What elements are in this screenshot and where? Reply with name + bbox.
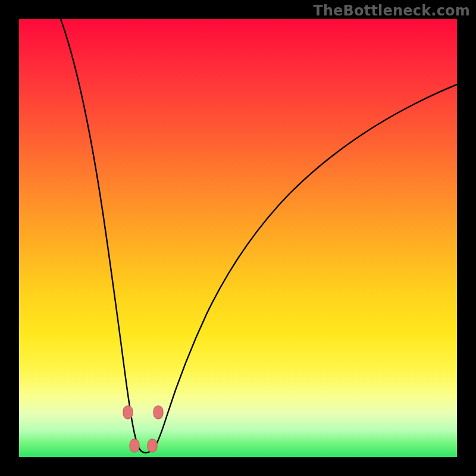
bottleneck-curve-right (150, 84, 457, 452)
marker-lower-right-icon (148, 439, 157, 452)
marker-lower-left-icon (130, 439, 139, 452)
marker-upper-left-icon (123, 406, 133, 419)
plot-area (19, 19, 457, 457)
chart-stage: TheBottleneck.com (0, 0, 476, 476)
trough-markers (123, 406, 163, 452)
marker-upper-right-icon (154, 406, 163, 419)
watermark-text: TheBottleneck.com (313, 2, 470, 19)
chart-svg (19, 19, 457, 457)
bottleneck-curve-left (61, 19, 150, 453)
